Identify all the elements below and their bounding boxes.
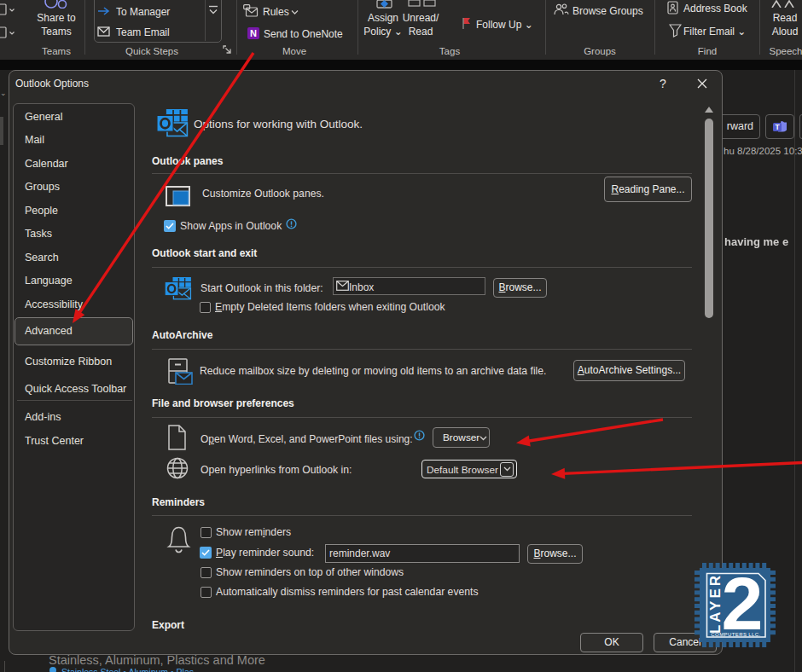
svg-text:COMPUTERS LLC.: COMPUTERS LLC. — [711, 632, 760, 637]
